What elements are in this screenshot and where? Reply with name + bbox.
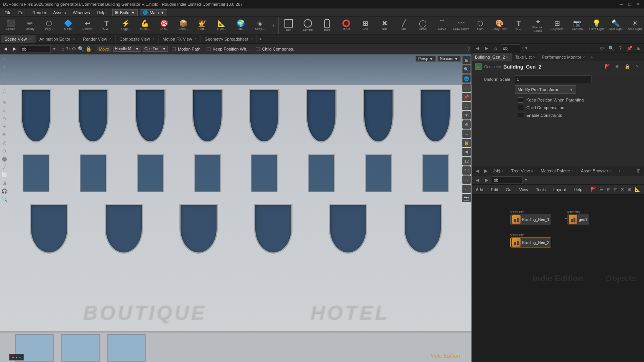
vp-forward-button[interactable]: ▶ bbox=[11, 46, 18, 52]
tool-add[interactable]: + bbox=[270, 18, 278, 34]
vp-overlay-cam[interactable]: 📷 bbox=[462, 194, 471, 202]
vp-overlay-view7[interactable]: ⊕ bbox=[462, 120, 471, 129]
tab-add-button[interactable]: + bbox=[257, 36, 264, 42]
tool-rigging[interactable]: ⚡ Rigg... bbox=[117, 18, 135, 34]
minimize-button[interactable]: ─ bbox=[619, 2, 624, 7]
prop-tab-take-list[interactable]: Take List × bbox=[512, 53, 539, 61]
vp-side-transform[interactable]: ⬡ bbox=[0, 87, 8, 95]
modify-pretransform-dropdown[interactable]: Modify Pre-Transform ▼ bbox=[515, 85, 576, 94]
vp-overlay-home2[interactable]: ⌂ bbox=[462, 175, 471, 184]
tool-font[interactable]: T Font bbox=[509, 18, 528, 34]
vp-overlay-view6[interactable]: 👁 bbox=[462, 111, 471, 120]
node-tab-obj-close[interactable]: × bbox=[501, 169, 504, 173]
prop-settings-btn[interactable]: ⚙ bbox=[598, 44, 606, 52]
prop-pin-btn[interactable]: 📌 bbox=[626, 44, 633, 52]
vp-overlay-view5[interactable]: ⬡ bbox=[462, 102, 471, 110]
tab-composite-close[interactable]: × bbox=[152, 37, 154, 41]
vp-keep-position[interactable]: Keep Position Wh... bbox=[204, 46, 252, 52]
node-geo1[interactable]: Geometry geo1 bbox=[567, 210, 589, 224]
vp-side-align[interactable]: ≡ bbox=[0, 107, 8, 115]
prop-tab-tl-close[interactable]: × bbox=[533, 55, 535, 59]
tab-scene-view[interactable]: Scene View × bbox=[1, 35, 36, 43]
prop-tab-bg2-close[interactable]: × bbox=[506, 55, 508, 59]
vp-side-select[interactable]: ↖ bbox=[0, 55, 8, 63]
vp-move-tool[interactable]: Move bbox=[97, 46, 112, 52]
vp-side-mag[interactable]: 🔍 bbox=[0, 195, 8, 203]
tool-box[interactable]: Box bbox=[279, 18, 298, 34]
vp-overlay-view2[interactable]: 🌐 bbox=[462, 74, 471, 83]
tool-grid[interactable]: ⊞ Grid bbox=[356, 18, 375, 34]
vp-side-bypass[interactable]: ⊝ bbox=[0, 147, 8, 155]
node-tab-asset[interactable]: Asset Browser × bbox=[578, 167, 615, 175]
node-tab-obj[interactable]: /obj × bbox=[490, 167, 507, 175]
prop-forward-btn[interactable]: ▶ bbox=[483, 44, 490, 52]
node-back-btn[interactable]: ◀ bbox=[473, 167, 481, 175]
vp-perspective-badge[interactable]: Persp ▼ bbox=[416, 56, 436, 62]
node-building-gen-2[interactable]: Geometry Building_Gen_2 bbox=[510, 233, 551, 247]
tool-line[interactable]: ╱ Line bbox=[394, 18, 413, 34]
vp-camera-badge[interactable]: No cam ▼ bbox=[437, 56, 461, 62]
prop-display-btn[interactable]: 👁 bbox=[613, 63, 621, 70]
tool-torus[interactable]: ⭕ Torus bbox=[337, 18, 355, 34]
tool-character[interactable]: 🎯 Char... bbox=[155, 18, 173, 34]
prop-tab-pm-close[interactable]: × bbox=[582, 55, 585, 59]
tool-sphere[interactable]: Sphere bbox=[299, 18, 317, 34]
node-forward-btn[interactable]: ▶ bbox=[482, 167, 490, 175]
vp-path-dropdown[interactable]: ▼ bbox=[52, 47, 56, 51]
node-tab-asset-close[interactable]: × bbox=[609, 169, 611, 173]
tool-hair[interactable]: 💇 Hair... bbox=[193, 18, 212, 34]
vp-overlay-maximize[interactable]: ⊞ bbox=[462, 56, 471, 64]
tool-model[interactable]: 🔷 Model bbox=[59, 18, 77, 34]
node-toolbar-view[interactable]: View bbox=[517, 187, 531, 192]
vp-side-edges[interactable]: ╱ bbox=[0, 163, 8, 171]
node-nav-forward[interactable]: ▶ bbox=[483, 176, 490, 184]
prop-expand-btn[interactable]: ⊞ bbox=[635, 44, 642, 52]
prop-path-dropdown[interactable]: ▼ bbox=[524, 46, 528, 50]
uniform-scale-input[interactable] bbox=[515, 75, 591, 83]
prop-path-input[interactable] bbox=[501, 44, 520, 52]
vp-overlay-view8[interactable]: ≡ bbox=[462, 129, 471, 138]
tool-spray-paint[interactable]: 🎨 Spray Paint bbox=[490, 18, 509, 34]
vp-side-pivot[interactable]: ⊙ bbox=[0, 115, 8, 123]
child-compensation-checkbox[interactable] bbox=[518, 105, 523, 110]
tab-motion-fx-close[interactable]: × bbox=[194, 37, 197, 41]
tool-deform[interactable]: ↩ Deform bbox=[78, 18, 97, 34]
vp-overlay-42[interactable]: 42 bbox=[462, 166, 471, 175]
tool-spot-light[interactable]: 🔦 Spot Light bbox=[606, 18, 625, 34]
node-toolbar-add[interactable]: Add bbox=[473, 187, 486, 192]
vp-overlay-12[interactable]: 12 bbox=[462, 157, 471, 165]
close-button[interactable]: ✕ bbox=[636, 2, 641, 7]
tab-geo-close[interactable]: × bbox=[250, 37, 253, 41]
menu-file[interactable]: File bbox=[2, 10, 15, 16]
vp-overlay-view1[interactable]: 🔍 bbox=[462, 65, 471, 74]
vp-side-display[interactable]: 👁 bbox=[0, 131, 8, 139]
tool-simplify[interactable]: ◈ Simp... bbox=[251, 18, 269, 34]
prop-help-btn[interactable]: ? bbox=[616, 44, 624, 52]
vp-child-compensate[interactable]: Child Compensa... bbox=[253, 46, 299, 52]
menu-edit[interactable]: Edit bbox=[15, 10, 29, 16]
node-display-settings[interactable]: ⚙ bbox=[628, 186, 632, 193]
tool-path[interactable]: ⬡ Path bbox=[471, 18, 490, 34]
tab-composite-view[interactable]: Composite View × bbox=[116, 35, 159, 43]
tool-camera[interactable]: 📷 Camera bbox=[568, 18, 586, 34]
maximize-button[interactable]: □ bbox=[627, 2, 632, 7]
node-display-tiles[interactable]: ⊠ bbox=[621, 186, 624, 193]
tool-null[interactable]: ✖ Null bbox=[375, 18, 394, 34]
tool-curve[interactable]: ⌒ Curve bbox=[433, 18, 451, 34]
tab-geometry-spreadsheet[interactable]: Geometry Spreadsheet × bbox=[201, 35, 257, 43]
vp-side-points[interactable]: ⬤ bbox=[0, 155, 8, 163]
node-building-gen-1[interactable]: Geometry Building_Gen_1 bbox=[510, 210, 551, 224]
main-dropdown[interactable]: 🌐 Main ▼ bbox=[140, 9, 167, 16]
tool-guides[interactable]: 📐 Guid... bbox=[212, 18, 231, 34]
tool-tube[interactable]: Tube bbox=[318, 18, 336, 34]
vp-side-template[interactable]: ◎ bbox=[0, 139, 8, 147]
vp-side-group[interactable]: ⊞ bbox=[0, 179, 8, 187]
tab-render-view[interactable]: Render View × bbox=[79, 35, 116, 43]
node-bg2-body[interactable]: Building_Gen_2 bbox=[510, 238, 551, 247]
tool-terrain[interactable]: 🌍 Terr... bbox=[232, 18, 250, 34]
tool-poly[interactable]: ⬡ Poly... bbox=[40, 18, 58, 34]
tool-platonic[interactable]: ✦ Platonic Solids bbox=[529, 18, 547, 34]
tab-animation-editor[interactable]: Animation Editor × bbox=[36, 35, 79, 43]
vp-zoom-icon[interactable]: 🔍 bbox=[78, 46, 84, 52]
node-bg1-body[interactable]: Building_Gen_1 bbox=[510, 215, 551, 224]
